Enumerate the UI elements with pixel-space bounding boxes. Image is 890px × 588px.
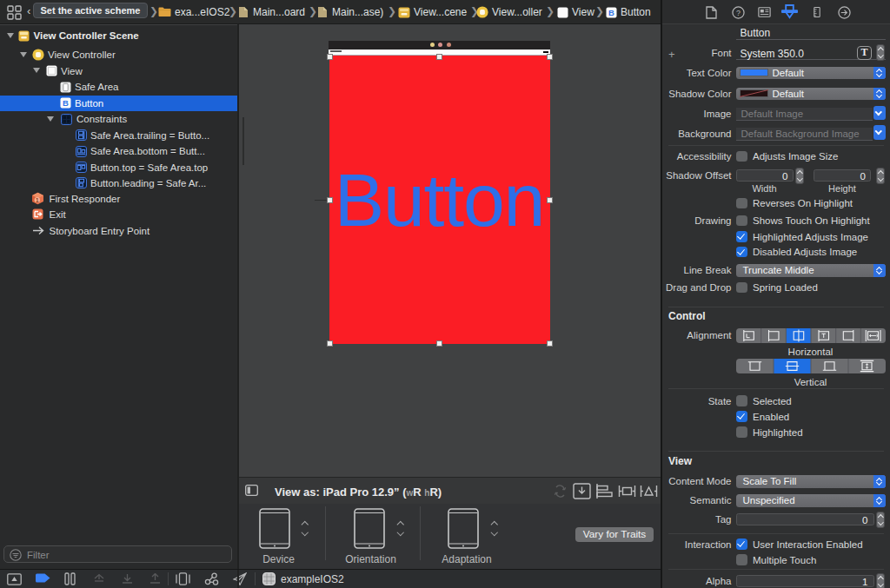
svg-text:B: B [608, 8, 614, 17]
svg-text:1: 1 [36, 196, 39, 202]
svg-text:?: ? [736, 8, 741, 17]
svg-text:B: B [63, 98, 69, 108]
